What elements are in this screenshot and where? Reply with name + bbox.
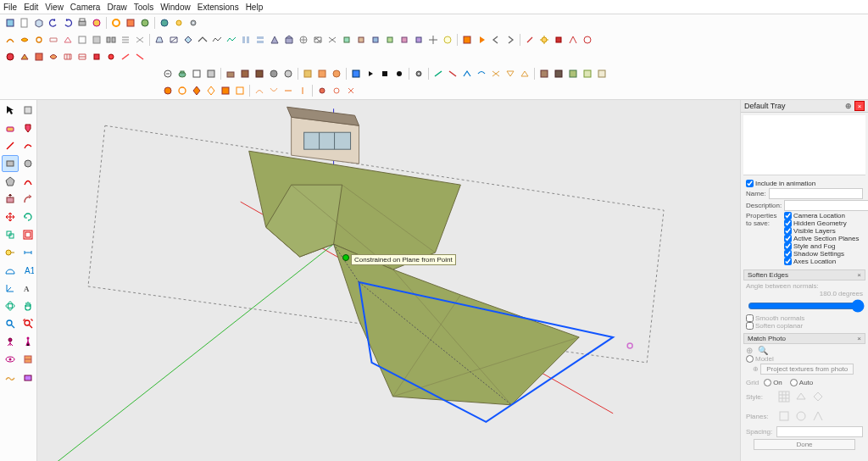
arc-tool-icon[interactable]	[19, 173, 36, 190]
tb-r2-icon[interactable]	[239, 33, 253, 47]
tb-r2-icon[interactable]	[523, 33, 537, 47]
tb-settings-icon[interactable]	[186, 16, 200, 30]
prop-style-check[interactable]	[784, 242, 792, 250]
scene-name-input[interactable]	[769, 188, 863, 199]
tb-r5-icon[interactable]	[233, 84, 247, 97]
tb-r2-icon[interactable]	[460, 33, 474, 47]
followme-tool-icon[interactable]	[19, 191, 36, 208]
text-tool-icon[interactable]: A1	[19, 262, 36, 279]
tb-r4-icon[interactable]	[190, 67, 203, 81]
tb-cube-icon[interactable]	[3, 16, 17, 30]
prop-camera-check[interactable]	[784, 212, 792, 219]
tape-tool-icon[interactable]	[2, 244, 19, 261]
tb-r5-icon[interactable]	[253, 84, 266, 97]
tb-r2-icon[interactable]	[566, 33, 580, 47]
prop-axes-check[interactable]	[784, 258, 792, 265]
tb-r2-icon[interactable]	[297, 33, 310, 47]
tray-pin-icon[interactable]: ⊕	[845, 102, 852, 110]
tb-vray-sphere-icon[interactable]	[158, 16, 171, 30]
planes-opt-3-icon[interactable]	[812, 410, 824, 422]
tb-r4-icon[interactable]	[475, 67, 488, 81]
freehand-tool-icon[interactable]	[19, 137, 36, 154]
look-around-icon[interactable]	[2, 351, 19, 368]
sandbox-tool-icon[interactable]	[2, 369, 19, 386]
tb-r5-icon[interactable]	[344, 84, 358, 97]
tb-r2-icon[interactable]	[383, 33, 397, 47]
tb-box-icon[interactable]	[32, 16, 46, 30]
position-camera-icon[interactable]	[2, 333, 19, 350]
tb-r5-icon[interactable]	[204, 84, 218, 97]
pan-tool-icon[interactable]	[19, 297, 36, 314]
tb-r2-icon[interactable]	[196, 33, 209, 47]
paint-tool-icon[interactable]	[19, 119, 36, 136]
tb-r5-icon[interactable]	[190, 84, 203, 97]
include-animation-check[interactable]	[746, 180, 754, 187]
soften-angle-slider[interactable]	[748, 299, 865, 313]
grid-on-radio[interactable]	[764, 379, 771, 386]
component-tool-icon[interactable]	[19, 102, 36, 119]
tb-r4-icon[interactable]	[253, 67, 266, 81]
tb-r4-icon[interactable]	[552, 67, 565, 81]
tb-r4-icon[interactable]	[267, 67, 281, 81]
tb-r2-icon[interactable]	[253, 33, 267, 47]
tb-r3-icon[interactable]	[3, 50, 17, 64]
soften-coplanar-check[interactable]	[746, 322, 754, 330]
done-button[interactable]: Done	[754, 439, 855, 450]
move-tool-icon[interactable]	[2, 208, 19, 225]
tb-r3-icon[interactable]	[61, 50, 75, 64]
tb-r5-icon[interactable]	[330, 84, 343, 97]
menu-draw[interactable]: Draw	[107, 3, 126, 12]
menu-window[interactable]: Window	[160, 3, 191, 12]
tb-r2-icon[interactable]	[581, 33, 594, 47]
tb-r5-icon[interactable]	[315, 84, 329, 97]
tb-r2-icon[interactable]	[268, 33, 281, 47]
tb-plugin-a-icon[interactable]	[124, 16, 137, 30]
tb-enscape-icon[interactable]	[109, 16, 123, 30]
prop-section-check[interactable]	[784, 235, 792, 242]
tb-plugin-b-icon[interactable]	[138, 16, 152, 30]
style-opt-1-icon[interactable]	[778, 391, 790, 403]
protractor-tool-icon[interactable]	[2, 262, 19, 279]
tb-r2-icon[interactable]	[153, 33, 166, 47]
tb-r4-icon[interactable]	[489, 67, 503, 81]
tb-r2-icon[interactable]	[426, 33, 440, 47]
tb-r2-icon[interactable]	[369, 33, 382, 47]
tb-r2-icon[interactable]	[537, 33, 551, 47]
rotate-tool-icon[interactable]	[19, 208, 36, 225]
tb-r4-icon[interactable]	[566, 67, 580, 81]
tb-r2-icon[interactable]	[32, 33, 46, 47]
tb-print-icon[interactable]	[75, 16, 89, 30]
tb-r4-icon[interactable]	[581, 67, 594, 81]
spacing-input[interactable]	[776, 426, 863, 437]
tb-r3-icon[interactable]	[90, 50, 103, 64]
prop-shadow-check[interactable]	[784, 250, 792, 258]
tb-r2-icon[interactable]	[441, 33, 454, 47]
tb-r4-record-icon[interactable]	[392, 67, 406, 81]
tb-r2-icon[interactable]	[326, 33, 339, 47]
prop-layers-check[interactable]	[784, 227, 792, 235]
tb-r5-icon[interactable]	[161, 84, 175, 97]
select-tool-icon[interactable]	[2, 102, 19, 119]
tb-r4-icon[interactable]	[281, 67, 295, 81]
tb-r3-icon[interactable]	[133, 50, 147, 64]
tb-r2-icon[interactable]	[311, 33, 325, 47]
menu-help[interactable]: Help	[246, 3, 264, 12]
eraser-tool-icon[interactable]	[2, 119, 19, 136]
tb-r3-icon[interactable]	[18, 50, 31, 64]
planes-opt-2-icon[interactable]	[795, 410, 807, 422]
tb-r4-icon[interactable]	[537, 67, 551, 81]
tb-r2-icon[interactable]	[3, 33, 17, 47]
tb-r5-icon[interactable]	[281, 84, 295, 97]
tb-r4-stop-icon[interactable]	[378, 67, 392, 81]
tb-r4-icon[interactable]	[518, 67, 531, 81]
tb-r3-icon[interactable]	[119, 50, 132, 64]
zoom-tool-icon[interactable]	[2, 315, 19, 332]
menu-view[interactable]: View	[45, 3, 64, 12]
smooth-normals-check[interactable]	[746, 314, 754, 322]
zoom-extents-icon[interactable]	[19, 315, 36, 332]
scale-tool-icon[interactable]	[2, 226, 19, 243]
tb-r2-icon[interactable]	[119, 33, 132, 47]
tb-r2-icon[interactable]	[90, 33, 103, 47]
section-tool-icon[interactable]	[19, 351, 36, 368]
tb-r2-icon[interactable]	[61, 33, 75, 47]
